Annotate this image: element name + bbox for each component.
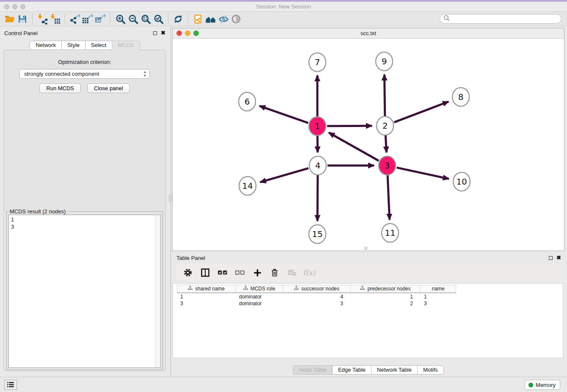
graph-edge-3-1[interactable] — [329, 133, 379, 160]
cell-predecessor-nodes[interactable]: 2 — [351, 300, 421, 307]
graph-edge-3-11[interactable] — [388, 175, 390, 220]
cell-predecessor-nodes[interactable]: 1 — [351, 293, 421, 300]
graph-edge-4-15[interactable] — [317, 175, 318, 221]
network-window-titlebar[interactable]: ✕ − + scc.txt — [173, 28, 564, 39]
tab-network[interactable]: Network — [30, 41, 62, 50]
close-panel-button[interactable]: Close panel — [87, 83, 130, 93]
close-icon[interactable]: ✖ — [556, 256, 561, 260]
zoom-selected-icon[interactable] — [152, 13, 165, 25]
search-box[interactable] — [440, 14, 561, 24]
network-canvas[interactable]: 1234678910111415 — [173, 39, 564, 251]
import-table-icon[interactable] — [49, 13, 61, 25]
zoom-out-icon[interactable] — [127, 13, 139, 25]
graph-node-label: 3 — [385, 160, 390, 171]
memory-button[interactable]: Memory — [525, 380, 560, 390]
run-mcds-button[interactable]: Run MCDS — [39, 83, 81, 93]
tab-node-table[interactable]: Node Table — [293, 365, 333, 375]
zoom-fit-icon[interactable] — [139, 13, 152, 25]
import-network-icon[interactable] — [36, 13, 49, 25]
tab-style[interactable]: Style — [61, 41, 85, 50]
float-panel-icon[interactable] — [153, 31, 157, 35]
duplicate-network-icon[interactable] — [192, 13, 204, 25]
close-icon[interactable] — [4, 4, 9, 9]
save-icon[interactable] — [16, 13, 29, 25]
canvas-resize-handle[interactable] — [364, 247, 367, 250]
network-graph[interactable]: 1234678910111415 — [173, 39, 564, 251]
deselect-all-checkbox-icon[interactable] — [234, 267, 245, 278]
zoom-in-icon[interactable] — [114, 13, 127, 25]
cell-mcds-role[interactable]: dominator — [236, 293, 283, 300]
graph-edge-1-6[interactable] — [259, 106, 308, 123]
export-image-icon[interactable] — [94, 13, 107, 25]
status-bar: Memory — [0, 377, 567, 392]
close-icon[interactable]: ✖ — [161, 31, 165, 35]
splitter-handle[interactable] — [169, 195, 172, 202]
eye-slash-icon[interactable] — [217, 13, 230, 25]
mcds-result-item[interactable]: 1 — [9, 215, 160, 223]
column-header-label: successor nodes — [301, 286, 339, 292]
graph-node-label: 2 — [383, 121, 388, 131]
scrollbar[interactable] — [155, 215, 160, 367]
graph-edge-3-10[interactable] — [396, 168, 449, 179]
minimize-icon[interactable]: − — [185, 30, 190, 36]
mcds-result-item[interactable]: 3 — [9, 223, 160, 230]
list-icon[interactable] — [4, 380, 17, 390]
tab-motifs[interactable]: Motifs — [417, 365, 444, 375]
tab-select[interactable]: Select — [85, 41, 112, 50]
function-icon: f(x) — [304, 267, 315, 278]
control-panel-title: Control Panel — [4, 30, 38, 36]
float-panel-icon[interactable] — [549, 256, 553, 260]
cell-shared-name[interactable]: 1 — [177, 293, 236, 300]
search-input[interactable] — [450, 15, 561, 22]
main-titlebar: Session: New Session — [0, 2, 567, 12]
cell-shared-name[interactable]: 3 — [177, 300, 236, 307]
half-circle-icon[interactable] — [230, 13, 242, 25]
trash-icon[interactable] — [269, 267, 280, 278]
column-header-successor-nodes[interactable]: successor nodes — [283, 285, 351, 293]
tree-icon — [360, 286, 365, 292]
zoom-icon[interactable] — [20, 4, 25, 9]
refresh-icon[interactable] — [172, 13, 184, 25]
tree-icon — [294, 286, 299, 292]
houses-icon[interactable] — [204, 13, 217, 25]
export-table-icon[interactable] — [81, 13, 94, 25]
criterion-dropdown[interactable]: strongly connected component ▲▼ — [19, 69, 150, 79]
column-header-name[interactable]: name — [421, 285, 456, 293]
main-traffic-lights — [4, 4, 25, 9]
memory-label: Memory — [536, 382, 556, 388]
tab-network-table[interactable]: Network Table — [371, 365, 418, 375]
graph-node-label: 6 — [245, 97, 250, 107]
close-icon[interactable]: ✕ — [176, 30, 182, 36]
cell-successor-nodes[interactable]: 3 — [283, 300, 351, 307]
zoom-icon[interactable]: + — [193, 30, 199, 36]
cell-successor-nodes[interactable]: 4 — [283, 293, 351, 300]
column-header-shared-name[interactable]: shared name — [177, 285, 236, 293]
graph-edge-2-8[interactable] — [394, 102, 449, 122]
folder-open-icon[interactable] — [3, 13, 16, 25]
graph-node-label: 15 — [312, 229, 322, 239]
tab-edge-table[interactable]: Edge Table — [332, 365, 372, 375]
export-network-icon[interactable] — [69, 13, 81, 25]
cell-name[interactable]: 1 — [421, 293, 456, 300]
graph-edge-1-2[interactable] — [327, 126, 372, 126]
column-header-predecessor-nodes[interactable]: predecessor nodes — [351, 285, 421, 293]
table-row[interactable]: 1dominator411 — [177, 293, 563, 300]
cell-mcds-role[interactable]: dominator — [236, 300, 283, 307]
graph-edge-2-3[interactable] — [385, 135, 386, 152]
column-header-MCDS-role[interactable]: MCDS role — [236, 285, 283, 293]
columns-icon[interactable] — [200, 267, 211, 278]
minimize-icon[interactable] — [12, 4, 17, 9]
cell-name[interactable]: 3 — [421, 300, 456, 307]
node-table[interactable]: shared nameMCDS rolesuccessor nodesprede… — [173, 283, 563, 358]
table-row[interactable]: 3dominator323 — [177, 300, 563, 307]
add-icon[interactable] — [252, 267, 263, 278]
graph-edge-4-14[interactable] — [260, 168, 308, 182]
mcds-result-list[interactable]: 13 — [8, 215, 161, 368]
dropdown-stepper-icon: ▲▼ — [143, 70, 146, 77]
mcds-result-lines: 13 — [9, 215, 160, 230]
gear-icon[interactable] — [182, 267, 193, 278]
mcds-panel: Optimization criterion: strongly connect… — [3, 50, 166, 371]
select-all-checkbox-icon[interactable] — [217, 267, 228, 278]
graph-edge-2-9[interactable] — [384, 75, 385, 116]
tab-mcds[interactable]: MCDS — [112, 41, 140, 50]
